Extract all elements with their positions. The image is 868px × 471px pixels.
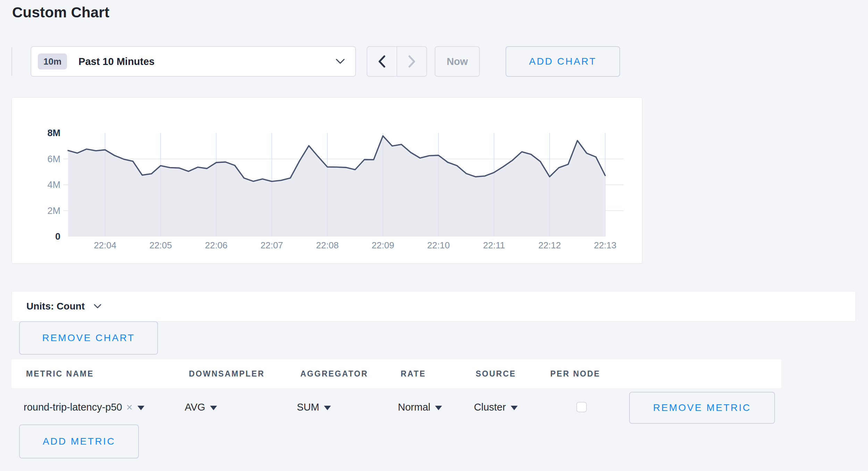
metrics-table-header: METRIC NAME DOWNSAMPLER AGGREGATOR RATE … [11,360,781,388]
y-axis-tick-label: 6M [47,154,60,164]
chevron-right-icon [408,55,416,68]
add-chart-button[interactable]: ADD CHART [506,46,620,77]
aggregator-value: SUM [297,402,319,413]
source-value: Cluster [474,402,506,413]
downsampler-value: AVG [185,402,205,413]
chevron-left-icon [378,55,386,68]
source-select[interactable]: Cluster [474,388,518,427]
metric-name-value: round-trip-latency-p50 [24,402,122,413]
dropdown-caret-icon [210,406,217,410]
units-bar: Units: Count [11,291,856,322]
metric-name-select[interactable]: round-trip-latency-p50 × [24,388,144,427]
col-header-per-node: PER NODE [550,360,600,388]
remove-metric-button[interactable]: REMOVE METRIC [629,392,775,424]
chevron-down-icon [94,304,101,309]
per-node-checkbox[interactable] [576,402,587,412]
dropdown-caret-icon [511,406,518,410]
y-axis-tick-label: 4M [47,180,60,190]
col-header-downsampler: DOWNSAMPLER [189,360,265,388]
toolbar-divider [11,47,12,76]
dropdown-caret-icon [324,406,331,410]
col-header-source: SOURCE [476,360,516,388]
now-button[interactable]: Now [435,46,480,77]
x-axis-tick-label: 22:08 [316,240,339,250]
time-step-group [367,46,427,77]
dropdown-caret-icon [137,406,144,410]
step-forward-button[interactable] [397,47,426,76]
step-back-button[interactable] [367,47,397,76]
chart-card: 8M6M4M2M022:0422:0522:0622:0722:0822:092… [11,97,642,264]
x-axis-tick-label: 22:04 [94,240,116,250]
timeseries-chart: 8M6M4M2M022:0422:0522:0622:0722:0822:092… [12,98,642,263]
col-header-rate: RATE [401,360,426,388]
y-axis-tick-label: 0 [55,231,60,242]
x-axis-tick-label: 22:07 [260,240,283,250]
aggregator-select[interactable]: SUM [297,388,331,427]
remove-chart-button[interactable]: REMOVE CHART [19,321,158,355]
x-axis-tick-label: 22:11 [483,240,505,250]
chevron-down-icon [336,59,345,64]
rate-value: Normal [398,402,430,413]
time-window-badge: 10m [38,53,67,69]
x-axis-tick-label: 22:13 [594,240,616,250]
page-title: Custom Chart [12,4,109,21]
x-axis-tick-label: 22:12 [538,240,561,250]
col-header-aggregator: AGGREGATOR [300,360,368,388]
time-range-select[interactable]: 10m Past 10 Minutes [31,46,356,77]
rate-select[interactable]: Normal [398,388,442,427]
units-select[interactable]: Units: Count [26,301,85,312]
dropdown-caret-icon [435,406,442,410]
y-axis-tick-label: 2M [47,206,60,216]
x-axis-tick-label: 22:05 [149,240,172,250]
x-axis-tick-label: 22:06 [205,240,227,250]
downsampler-select[interactable]: AVG [185,388,217,427]
col-header-metric-name: METRIC NAME [26,360,94,388]
metric-row: round-trip-latency-p50 × AVG SUM Normal … [11,388,781,427]
y-axis-tick-label: 8M [47,128,60,138]
clear-metric-icon[interactable]: × [126,401,133,414]
x-axis-tick-label: 22:09 [372,240,394,250]
time-window-label: Past 10 Minutes [78,56,336,67]
x-axis-tick-label: 22:10 [427,240,450,250]
add-metric-button[interactable]: ADD METRIC [19,424,139,458]
